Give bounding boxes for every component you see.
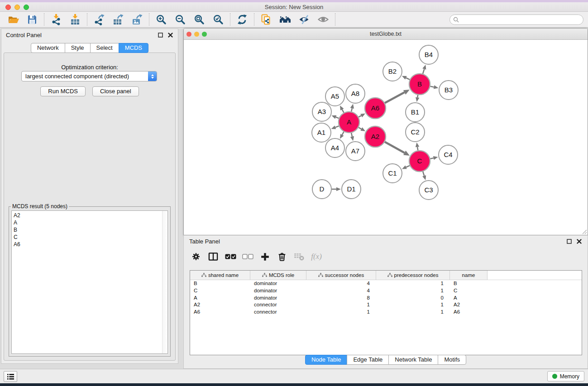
column-header-successor-nodes[interactable]: successor nodes (306, 271, 376, 280)
graph-node-label: A4 (331, 144, 339, 152)
table-row[interactable]: A6connector11A6 (190, 309, 582, 316)
column-header-predecessor-nodes[interactable]: predecessor nodes (376, 271, 450, 280)
tab-network-table[interactable]: Network Table (388, 355, 438, 365)
zoom-in-button[interactable] (152, 13, 171, 26)
graph-node-label: A5 (331, 92, 339, 100)
graph-edge-A2-C[interactable] (385, 142, 405, 153)
graph-edge-C-C1[interactable] (406, 166, 410, 167)
hide-graphics-details-button[interactable] (295, 13, 314, 26)
graph-edge-A-A4[interactable] (342, 132, 344, 135)
resize-grip-icon[interactable] (581, 228, 587, 234)
graph-edge-A-A3[interactable] (336, 117, 339, 119)
save-session-button[interactable] (23, 13, 42, 26)
minimize-view-button[interactable] (194, 32, 199, 37)
column-header-mcds-role[interactable]: MCDS role (250, 271, 306, 280)
export-table-button[interactable] (109, 13, 128, 26)
tab-motifs[interactable]: Motifs (438, 355, 466, 365)
graph-edge-A-A7[interactable] (351, 133, 352, 136)
delete-column-button[interactable] (274, 250, 290, 263)
graph-edge-A-A2[interactable] (359, 128, 361, 129)
search-input[interactable] (449, 14, 583, 25)
network-canvas[interactable]: B4B2BB3A8A5A6B1A3AA1C2A2A4A7C4CC1C3DD1 (184, 40, 588, 235)
table-cell: 1 (376, 309, 450, 316)
refresh-view-button[interactable] (233, 13, 252, 26)
column-manager-button[interactable] (206, 250, 221, 263)
graph-edge-C-C4[interactable] (430, 158, 433, 159)
graph-edge-B-B1[interactable] (417, 95, 418, 98)
zoom-view-button[interactable] (202, 32, 207, 37)
tab-node-table[interactable]: Node Table (305, 355, 348, 365)
select-all-rows-button[interactable] (223, 250, 238, 263)
import-network-button[interactable] (47, 13, 66, 26)
zoom-fit-icon (194, 14, 205, 25)
import-table-button[interactable] (66, 13, 85, 26)
zoom-selected-button[interactable] (209, 13, 228, 26)
float-panel-button[interactable] (157, 32, 163, 38)
tab-mcds[interactable]: MCDS (119, 43, 148, 53)
zoom-out-button[interactable] (171, 13, 190, 26)
graph-edge-B-B4[interactable] (423, 69, 424, 74)
close-table-panel-button[interactable] (576, 238, 582, 244)
delete-table-button[interactable] (292, 250, 307, 263)
close-view-button[interactable] (186, 32, 191, 37)
zoom-fit-button[interactable] (190, 13, 209, 26)
tab-style[interactable]: Style (65, 43, 91, 53)
column-header-shared-name[interactable]: shared name (190, 271, 250, 280)
graph-edge-C-C3[interactable] (423, 172, 424, 176)
close-panel-action-button[interactable]: Close panel (92, 86, 139, 96)
apply-function-button[interactable]: f(x) (309, 250, 324, 263)
table-cell: 1 (376, 287, 450, 295)
graph-edge-A-A8[interactable] (351, 108, 352, 111)
column-type-icon (201, 273, 206, 277)
deselect-all-rows-button[interactable] (240, 250, 255, 263)
graph-edge-arrowhead (422, 65, 426, 70)
control-panel-tabs: NetworkStyleSelectMCDS (1, 43, 178, 53)
table-row[interactable]: Bdominator41B (190, 280, 582, 287)
graph-edge-arrowhead (331, 115, 336, 119)
show-panels-button[interactable] (4, 371, 17, 382)
close-panel-button[interactable] (167, 32, 173, 38)
export-network-button[interactable] (90, 13, 109, 26)
result-list-item[interactable]: B (12, 226, 167, 234)
memory-button[interactable]: Memory (547, 371, 584, 381)
toolbar-separator (44, 13, 44, 26)
table-row[interactable]: A2connector11A2 (190, 301, 582, 309)
graph-edge-C-C2[interactable] (417, 147, 418, 151)
tab-edge-table[interactable]: Edge Table (347, 355, 389, 365)
result-list-scrollbar[interactable] (162, 211, 167, 353)
copy-network-button[interactable] (257, 13, 276, 26)
table-cell: A2 (450, 301, 488, 309)
table-row[interactable]: Cdominator41C (190, 287, 582, 295)
column-type-icon (318, 273, 323, 277)
open-session-button[interactable] (4, 13, 23, 26)
graph-edge-A-A5[interactable] (342, 110, 344, 113)
minimize-window-button[interactable] (14, 5, 20, 10)
table-cell: 0 (376, 295, 450, 302)
table-row[interactable]: Adominator80A (190, 295, 582, 302)
tab-select[interactable]: Select (90, 43, 119, 53)
add-column-button[interactable] (257, 250, 272, 263)
close-window-button[interactable] (5, 5, 11, 10)
run-mcds-button[interactable]: Run MCDS (40, 86, 86, 96)
column-header-name[interactable]: name (450, 271, 488, 280)
result-list-item[interactable]: A6 (12, 241, 167, 248)
network-view-window: testGlobe.txt B4B2BB3A8A5A6B1A3AA1C2A2A4… (183, 28, 588, 235)
tab-network[interactable]: Network (31, 43, 65, 53)
graph-edge-A-A1[interactable] (335, 126, 339, 127)
graph-edge-A-A6[interactable] (359, 115, 361, 117)
table-cell: 1 (306, 301, 376, 309)
column-type-icon (387, 273, 392, 277)
result-list-item[interactable]: A (12, 219, 167, 226)
cytoscape-home-button[interactable] (276, 13, 295, 26)
export-image-button[interactable] (128, 13, 147, 26)
graph-edge-B-B2[interactable] (406, 78, 410, 80)
show-graphics-details-button[interactable] (314, 13, 333, 26)
graph-edge-A6-B[interactable] (385, 92, 404, 103)
zoom-window-button[interactable] (24, 5, 29, 10)
graph-edge-B-B3[interactable] (430, 86, 434, 87)
result-list-item[interactable]: A2 (12, 211, 167, 219)
table-options-button[interactable] (188, 250, 204, 263)
criterion-dropdown[interactable]: largest connected component (directed) (21, 71, 157, 81)
float-table-panel-button[interactable] (566, 238, 572, 244)
result-list-item[interactable]: C (12, 234, 167, 241)
